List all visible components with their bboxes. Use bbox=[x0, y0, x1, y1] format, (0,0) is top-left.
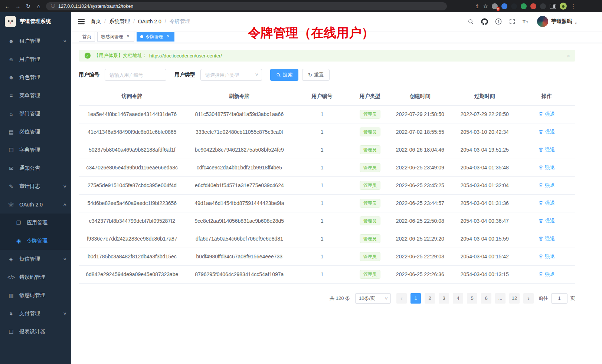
close-icon[interactable] bbox=[125, 34, 131, 39]
user-type-tag: 管理员 bbox=[360, 181, 380, 190]
pagination: 共 120 条 10条/页 1 2 3 4 5 6 bbox=[79, 293, 575, 304]
sidebar-item-sensitive-word[interactable]: ▥ 敏感词管理 bbox=[0, 286, 71, 304]
cell-access-token: 41c41346a548490f9dc8b01c6bfe0865 bbox=[79, 123, 186, 141]
force-logout-button[interactable]: 强退 bbox=[539, 146, 555, 153]
force-logout-button[interactable]: 强退 bbox=[539, 235, 555, 242]
sidebar-item-oauth2[interactable]: ☏ OAuth 2.0 ∧ bbox=[0, 195, 71, 214]
sidebar-item-notice[interactable]: ✉ 通知公告 bbox=[0, 159, 71, 177]
breadcrumb-item[interactable]: 令牌管理 bbox=[161, 18, 190, 25]
sidebar-item-pay[interactable]: ¥ 支付管理 ∨ bbox=[0, 304, 71, 322]
force-logout-button[interactable]: 强退 bbox=[539, 271, 555, 278]
page-button[interactable]: 2 bbox=[425, 293, 435, 304]
force-logout-button[interactable]: 强退 bbox=[539, 111, 555, 118]
force-logout-button[interactable]: 强退 bbox=[539, 129, 555, 135]
force-logout-button[interactable]: 强退 bbox=[539, 218, 555, 224]
sidebar-item-sms[interactable]: ◈ 短信管理 ∨ bbox=[0, 250, 71, 268]
browser-menu-icon[interactable] bbox=[570, 3, 576, 10]
search-button[interactable]: 搜索 bbox=[270, 69, 298, 81]
sidebar-item-label: 菜单管理 bbox=[19, 92, 40, 99]
extension-red-icon[interactable] bbox=[530, 3, 536, 9]
browser-reload-button[interactable] bbox=[23, 1, 33, 11]
fullscreen-icon[interactable] bbox=[507, 16, 518, 27]
tab-label: 令牌管理 bbox=[145, 34, 163, 40]
extension-gray-icon[interactable]: 0 bbox=[492, 3, 498, 9]
user-type-select[interactable] bbox=[200, 69, 262, 81]
next-page-button[interactable] bbox=[523, 293, 534, 304]
sidebar-item-menu[interactable]: ≡ 菜单管理 bbox=[0, 86, 71, 105]
reset-button[interactable]: 重置 bbox=[302, 69, 330, 81]
page-button[interactable]: ... bbox=[495, 293, 506, 304]
browser-forward-button[interactable] bbox=[13, 1, 23, 11]
sidebar-item-oauth2-app[interactable]: ❐ 应用管理 bbox=[0, 214, 71, 232]
cell-access-token: 1ea5e44f8bc1467aaede43144f31de76 bbox=[79, 105, 186, 123]
sidebar-item-role[interactable]: ☻ 角色管理 bbox=[0, 68, 71, 86]
sidebar-item-label: 角色管理 bbox=[19, 74, 40, 81]
page-button[interactable]: 5 bbox=[467, 293, 477, 304]
close-icon[interactable] bbox=[166, 34, 171, 39]
extension-black-icon[interactable] bbox=[540, 3, 546, 9]
success-check-icon bbox=[85, 53, 91, 59]
trash-icon bbox=[539, 254, 543, 259]
split-view-icon[interactable] bbox=[550, 4, 556, 9]
browser-address-bar[interactable]: 127.0.0.1:1024/system/oauth2/token bbox=[46, 2, 447, 10]
breadcrumb-item[interactable]: 系统管理 bbox=[101, 18, 130, 25]
font-size-icon[interactable]: TT bbox=[520, 16, 531, 27]
page-button[interactable]: 4 bbox=[453, 293, 463, 304]
search-icon[interactable] bbox=[465, 16, 477, 27]
breadcrumb-item[interactable]: OAuth 2.0 bbox=[130, 19, 161, 24]
sidebar-item-dept[interactable]: ⌂ 部门管理 bbox=[0, 105, 71, 123]
tab[interactable]: 敏感词管理 bbox=[97, 32, 134, 42]
page-button[interactable]: 12 bbox=[509, 293, 520, 304]
sidebar-item-label: 应用管理 bbox=[27, 219, 48, 226]
sidebar-item-tenant[interactable]: ☻ 租户管理 ∨ bbox=[0, 32, 71, 50]
table-row: 502375b8040a469a9b82188afdf6af1f be90422… bbox=[79, 141, 575, 159]
top-navbar: 首页 系统管理 OAuth 2.0 令牌管理 ? bbox=[71, 12, 602, 31]
tab[interactable]: 令牌管理 bbox=[137, 32, 174, 42]
user-id-input[interactable] bbox=[105, 69, 166, 81]
goto-page-input[interactable] bbox=[551, 293, 567, 304]
sidebar-collapse-icon[interactable] bbox=[76, 17, 88, 26]
page-button[interactable]: 6 bbox=[481, 293, 491, 304]
browser-home-button[interactable] bbox=[33, 1, 44, 11]
bookmark-star-icon[interactable] bbox=[483, 3, 488, 10]
browser-back-button[interactable] bbox=[2, 1, 13, 11]
force-logout-button[interactable]: 强退 bbox=[539, 182, 555, 189]
page-button[interactable]: 1 bbox=[410, 293, 421, 304]
sidebar-item-user[interactable]: ☺ 用户管理 bbox=[0, 50, 71, 68]
page-size-select[interactable]: 10条/页 bbox=[355, 293, 391, 304]
cell-actions: 强退 bbox=[518, 176, 575, 194]
oauth-icon: ☏ bbox=[7, 202, 15, 208]
sidebar-item-audit-log[interactable]: ✎ 审计日志 ∨ bbox=[0, 177, 71, 195]
table-row: 275e5de9151045fe87cbdc395e004f4d e6cfd40… bbox=[79, 176, 575, 194]
share-icon[interactable] bbox=[475, 3, 480, 9]
breadcrumb-item[interactable]: 首页 bbox=[91, 18, 101, 25]
doc-link[interactable]: https://doc.iocoder.cn/user-center/ bbox=[149, 53, 222, 59]
prev-page-button[interactable] bbox=[396, 293, 407, 304]
app-logo[interactable]: 芋道管理系统 bbox=[0, 12, 71, 31]
sidebar-item-report-designer[interactable]: ❏ 报表设计器 bbox=[0, 322, 71, 341]
force-logout-button[interactable]: 强退 bbox=[539, 164, 555, 171]
sidebar-item-dict[interactable]: ❒ 字典管理 bbox=[0, 141, 71, 159]
site-info-icon[interactable] bbox=[51, 3, 55, 9]
page-button[interactable]: 3 bbox=[439, 293, 449, 304]
table-row: 1ea5e44f8bc1467aaede43144f31de76 811c530… bbox=[79, 105, 575, 123]
sidebar-item-label: 报表设计器 bbox=[19, 328, 45, 335]
cell-refresh-token: e6cfd40eb1f54571a31e775e039c4624 bbox=[186, 176, 293, 194]
github-icon[interactable] bbox=[479, 16, 490, 27]
help-icon[interactable]: ? bbox=[493, 16, 504, 27]
extension-blue-icon[interactable] bbox=[501, 3, 507, 9]
sidebar-item-error-code[interactable]: </> 错误码管理 bbox=[0, 268, 71, 286]
force-logout-button[interactable]: 强退 bbox=[539, 253, 555, 260]
extension-green-icon[interactable] bbox=[521, 3, 527, 9]
alert-close-icon[interactable] bbox=[567, 53, 570, 59]
tab[interactable]: 首页 bbox=[79, 32, 95, 42]
sidebar-item-post[interactable]: ▤ 岗位管理 bbox=[0, 123, 71, 141]
cell-actions: 强退 bbox=[518, 159, 575, 176]
force-logout-button[interactable]: 强退 bbox=[539, 200, 555, 206]
browser-profile-avatar[interactable] bbox=[560, 3, 567, 10]
cell-access-token: c347026e805e4d99b0d116eae66eda8c bbox=[79, 159, 186, 176]
cell-expire-time: 2054-03-04 00:15:42 bbox=[451, 248, 518, 265]
extension-dark-icon[interactable] bbox=[511, 3, 517, 9]
sidebar-item-oauth2-token[interactable]: ◉ 令牌管理 bbox=[0, 232, 71, 250]
user-menu[interactable]: 芋道源码 bbox=[537, 16, 577, 27]
